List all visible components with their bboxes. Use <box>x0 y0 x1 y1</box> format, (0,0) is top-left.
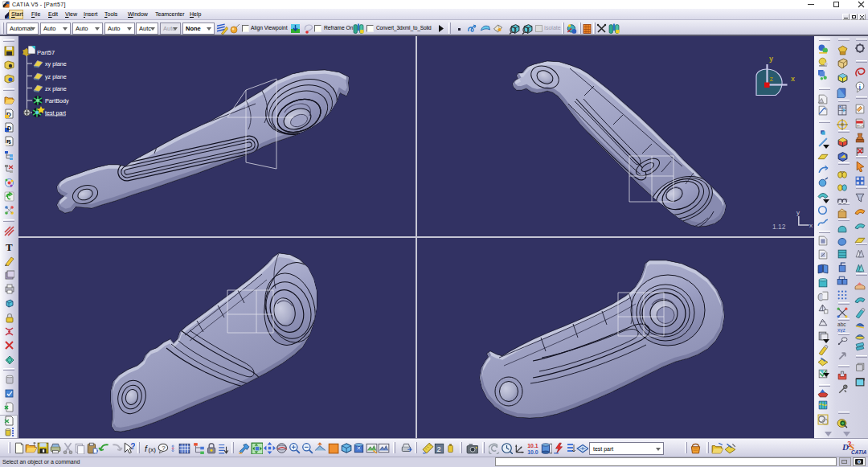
svg-text:z: z <box>770 75 774 83</box>
svg-text:Part57: Part57 <box>37 49 55 56</box>
svg-text:T: T <box>6 241 13 252</box>
svg-text:?: ? <box>130 442 135 451</box>
svg-text:test part: test part <box>45 109 66 117</box>
svg-text:f: f <box>145 444 148 453</box>
svg-text:xy plane: xy plane <box>45 60 67 68</box>
svg-text:D: D <box>7 125 11 131</box>
svg-text:x: x <box>791 75 795 83</box>
svg-text:x: x <box>809 222 813 229</box>
svg-text:y: y <box>796 209 800 216</box>
svg-text:zx plane: zx plane <box>45 85 67 92</box>
svg-text:PartBody: PartBody <box>45 97 69 104</box>
svg-text:D: D <box>841 442 849 452</box>
svg-text:2: 2 <box>437 445 441 453</box>
svg-text:?: ? <box>162 444 166 452</box>
svg-text:10.1: 10.1 <box>527 443 538 449</box>
svg-text:(x): (x) <box>149 446 157 453</box>
svg-text:y: y <box>769 55 773 63</box>
svg-text:yz plane: yz plane <box>45 73 67 80</box>
svg-text:ECR: ECR <box>857 124 864 128</box>
svg-text:1.12: 1.12 <box>772 223 786 231</box>
svg-text:xyz: xyz <box>837 327 845 333</box>
svg-text:10.0: 10.0 <box>527 449 538 454</box>
svg-text:CATIA: CATIA <box>851 449 866 455</box>
